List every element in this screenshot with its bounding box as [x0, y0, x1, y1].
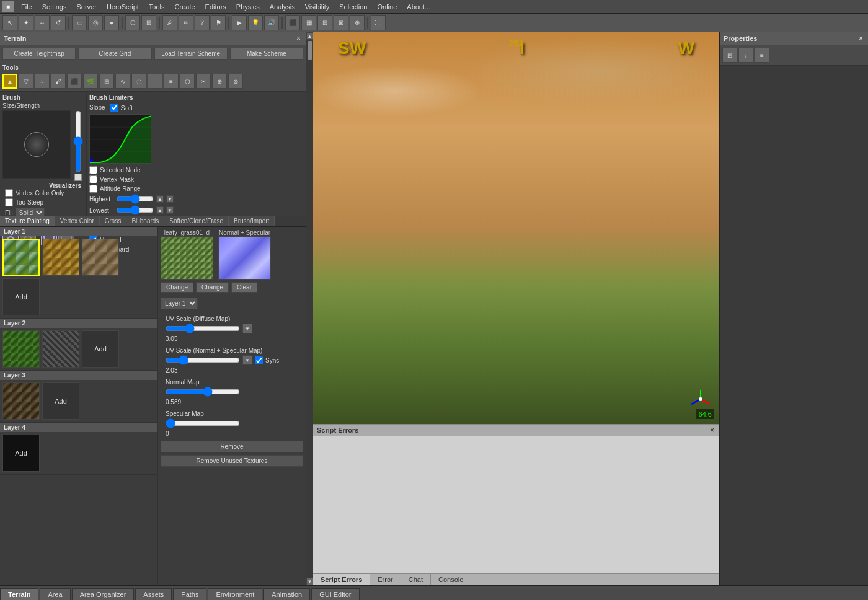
script-errors-close-btn[interactable]: ×: [709, 426, 715, 435]
properties-close-btn[interactable]: ×: [857, 34, 864, 43]
menu-heroscript[interactable]: HeroScript: [102, 2, 144, 12]
tab-animation[interactable]: Animation: [264, 588, 310, 600]
tab-vertex-color[interactable]: Vertex Color: [55, 216, 100, 226]
lowest-up-btn[interactable]: ▲: [156, 206, 164, 214]
lowest-down-btn[interactable]: ▼: [166, 206, 174, 214]
toolbar-btn-11[interactable]: ✏: [179, 15, 193, 30]
prop-btn-3[interactable]: ≡: [755, 48, 769, 63]
highest-down-btn[interactable]: ▼: [166, 195, 174, 203]
tool-select[interactable]: ⬡: [180, 74, 195, 89]
toolbar-btn-5[interactable]: ▭: [72, 15, 87, 30]
toolbar-btn-4[interactable]: ↺: [51, 15, 66, 30]
tool-road[interactable]: —: [148, 74, 162, 89]
se-tab-chat[interactable]: Chat: [401, 574, 431, 585]
tab-environment[interactable]: Environment: [208, 588, 262, 600]
remove-unused-btn[interactable]: Remove Unused Textures: [161, 455, 303, 467]
tab-billboards[interactable]: Billboards: [126, 216, 164, 226]
tool-misc2[interactable]: ⊕: [212, 74, 227, 89]
se-tab-console[interactable]: Console: [431, 574, 471, 585]
tab-paths[interactable]: Paths: [173, 588, 206, 600]
toolbar-btn-9[interactable]: ⊞: [141, 15, 156, 30]
layer-1-thumb-2[interactable]: [42, 239, 79, 276]
toolbar-btn-19[interactable]: ⊟: [317, 15, 332, 30]
layer-2-thumb-2[interactable]: [42, 330, 79, 368]
prop-btn-1[interactable]: ⊞: [722, 48, 737, 63]
slope-graph[interactable]: [89, 114, 151, 164]
menu-editors[interactable]: Editors: [200, 2, 231, 12]
scroll-down-btn[interactable]: ▼: [306, 578, 314, 585]
toolbar-btn-18[interactable]: ▦: [301, 15, 316, 30]
scroll-thumb[interactable]: [308, 41, 312, 60]
layer-4-add-btn[interactable]: Add: [2, 435, 40, 472]
menu-physics[interactable]: Physics: [231, 2, 265, 12]
tool-paint[interactable]: 🖌: [51, 74, 66, 89]
menu-online[interactable]: Online: [373, 2, 402, 12]
menu-visibility[interactable]: Visibility: [300, 2, 335, 12]
normal-map-slider[interactable]: [166, 387, 240, 397]
tool-smooth[interactable]: ≈: [35, 74, 50, 89]
tool-raise[interactable]: ▲: [2, 74, 17, 89]
layer-3-add-btn[interactable]: Add: [42, 382, 79, 420]
tab-grass[interactable]: Grass: [100, 216, 127, 226]
create-heightmap-btn[interactable]: Create Heightmap: [2, 48, 76, 60]
uv-diffuse-expand-btn[interactable]: ▼: [242, 324, 252, 333]
terrain-close-btn[interactable]: ×: [295, 34, 302, 43]
scroll-up-btn[interactable]: ▲: [306, 32, 314, 40]
tool-flatten[interactable]: ≡: [164, 74, 179, 89]
load-scheme-btn[interactable]: Load Terrain Scheme: [154, 48, 228, 60]
toolbar-btn-22[interactable]: ⛶: [371, 15, 386, 30]
soft-checkbox[interactable]: [110, 104, 118, 112]
toolbar-btn-13[interactable]: ⚑: [211, 15, 226, 30]
make-scheme-btn[interactable]: Make Scheme: [230, 48, 303, 60]
tool-lower[interactable]: ▽: [19, 74, 33, 89]
menu-analysis[interactable]: Analysis: [265, 2, 300, 12]
highest-up-btn[interactable]: ▲: [156, 195, 164, 203]
clear-btn[interactable]: Clear: [231, 282, 257, 293]
se-tab-error[interactable]: Error: [370, 574, 401, 585]
change-normal-btn[interactable]: Change: [196, 282, 229, 293]
layer-2-add-btn[interactable]: Add: [82, 330, 119, 368]
menu-tools[interactable]: Tools: [144, 2, 170, 12]
tool-grid[interactable]: ⊞: [99, 74, 114, 89]
uv-diffuse-slider[interactable]: [166, 324, 240, 333]
se-tab-script-errors[interactable]: Script Errors: [313, 574, 370, 585]
tool-misc1[interactable]: ✂: [196, 74, 211, 89]
toolbar-btn-20[interactable]: ⊠: [334, 15, 348, 30]
tool-texture[interactable]: ⬛: [67, 74, 82, 89]
vertex-mask-check[interactable]: [89, 175, 97, 183]
toolbar-btn-1[interactable]: ↖: [2, 15, 17, 30]
menu-file[interactable]: File: [16, 2, 37, 12]
selected-node-check[interactable]: [89, 166, 97, 174]
tab-brush-import[interactable]: Brush/Import: [229, 216, 275, 226]
create-grid-btn[interactable]: Create Grid: [78, 48, 151, 60]
uv-normal-expand-btn[interactable]: ▼: [242, 355, 252, 365]
vertex-color-only-check[interactable]: [5, 189, 13, 197]
menu-settings[interactable]: Settings: [37, 2, 72, 12]
menu-create[interactable]: Create: [170, 2, 200, 12]
tool-noise[interactable]: ∿: [115, 74, 130, 89]
tool-misc3[interactable]: ⊗: [228, 74, 243, 89]
highest-slider[interactable]: [117, 194, 154, 204]
tool-grass[interactable]: 🌿: [83, 74, 98, 89]
remove-btn[interactable]: Remove: [161, 441, 303, 452]
layer-1-add-btn[interactable]: Add: [2, 278, 40, 315]
menu-selection[interactable]: Selection: [334, 2, 372, 12]
tab-soften-clone[interactable]: Soften/Clone/Erase: [164, 216, 229, 226]
menu-server[interactable]: Server: [71, 2, 101, 12]
layer-3-thumb-1[interactable]: [2, 382, 40, 420]
uv-normal-slider[interactable]: [166, 355, 240, 365]
prop-btn-2[interactable]: ↓: [738, 48, 753, 63]
layer-1-thumb-1[interactable]: [2, 239, 40, 276]
toolbar-btn-7[interactable]: ●: [104, 15, 119, 30]
layer-dropdown[interactable]: Layer 1: [161, 298, 198, 309]
altitude-range-check[interactable]: [89, 185, 97, 193]
toolbar-btn-10[interactable]: 🖊: [162, 15, 177, 30]
toolbar-btn-12[interactable]: ?: [195, 15, 210, 30]
tab-area-organizer[interactable]: Area Organizer: [72, 588, 135, 600]
tab-assets[interactable]: Assets: [135, 588, 172, 600]
toolbar-btn-3[interactable]: ↔: [35, 15, 50, 30]
brush-strength-slider[interactable]: [73, 110, 83, 172]
layer-1-thumb-3[interactable]: [82, 239, 119, 276]
sync-check[interactable]: [255, 356, 263, 364]
toolbar-btn-2[interactable]: ✦: [19, 15, 33, 30]
